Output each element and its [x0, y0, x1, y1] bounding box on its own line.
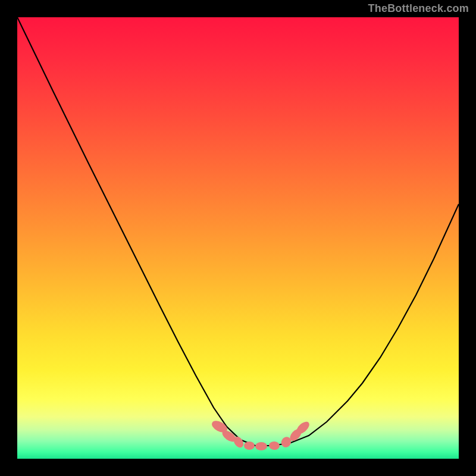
chart-frame: TheBottleneck.com — [0, 0, 476, 476]
curve-layer — [17, 17, 459, 459]
marker-dot — [255, 442, 267, 450]
bottleneck-curve — [17, 17, 459, 446]
marker-dot — [244, 441, 255, 450]
plot-area — [17, 17, 459, 459]
watermark-text: TheBottleneck.com — [368, 2, 469, 15]
marker-dot — [268, 441, 280, 450]
